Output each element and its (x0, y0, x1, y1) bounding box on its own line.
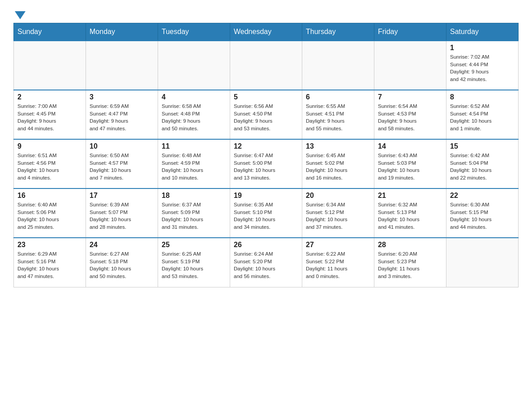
day-number: 23 (17, 241, 82, 249)
calendar-cell: 11Sunrise: 6:48 AM Sunset: 4:59 PM Dayli… (158, 139, 230, 188)
calendar-cell: 5Sunrise: 6:56 AM Sunset: 4:50 PM Daylig… (230, 90, 302, 139)
day-number: 21 (378, 192, 442, 200)
day-number: 2 (17, 93, 82, 101)
day-info: Sunrise: 6:42 AM Sunset: 5:04 PM Dayligh… (450, 152, 515, 182)
day-info: Sunrise: 6:56 AM Sunset: 4:50 PM Dayligh… (234, 103, 298, 133)
calendar-week-row: 23Sunrise: 6:29 AM Sunset: 5:16 PM Dayli… (14, 238, 519, 287)
calendar-cell: 24Sunrise: 6:27 AM Sunset: 5:18 PM Dayli… (86, 238, 158, 287)
day-number: 6 (306, 93, 370, 101)
calendar-cell: 14Sunrise: 6:43 AM Sunset: 5:03 PM Dayli… (374, 139, 446, 188)
weekday-header-tuesday: Tuesday (158, 23, 230, 41)
day-info: Sunrise: 6:20 AM Sunset: 5:23 PM Dayligh… (378, 250, 442, 280)
calendar-week-row: 1Sunrise: 7:02 AM Sunset: 4:44 PM Daylig… (14, 41, 519, 90)
day-info: Sunrise: 6:45 AM Sunset: 5:02 PM Dayligh… (306, 152, 370, 182)
day-number: 13 (306, 142, 370, 150)
weekday-header-sunday: Sunday (14, 23, 86, 41)
day-info: Sunrise: 6:35 AM Sunset: 5:10 PM Dayligh… (234, 201, 298, 231)
calendar-cell (230, 41, 302, 90)
day-number: 22 (450, 192, 515, 200)
day-number: 10 (90, 142, 154, 150)
calendar-cell: 20Sunrise: 6:34 AM Sunset: 5:12 PM Dayli… (302, 188, 374, 238)
day-number: 26 (234, 241, 298, 249)
day-number: 12 (234, 142, 298, 150)
day-info: Sunrise: 6:34 AM Sunset: 5:12 PM Dayligh… (306, 201, 370, 231)
day-number: 17 (90, 192, 154, 200)
calendar-cell: 13Sunrise: 6:45 AM Sunset: 5:02 PM Dayli… (302, 139, 374, 188)
day-info: Sunrise: 6:40 AM Sunset: 5:06 PM Dayligh… (17, 201, 82, 231)
calendar-cell: 12Sunrise: 6:47 AM Sunset: 5:00 PM Dayli… (230, 139, 302, 188)
day-info: Sunrise: 6:22 AM Sunset: 5:22 PM Dayligh… (306, 250, 370, 280)
day-number: 7 (378, 93, 442, 101)
day-info: Sunrise: 6:30 AM Sunset: 5:15 PM Dayligh… (450, 201, 515, 231)
day-number: 16 (17, 192, 82, 200)
calendar-cell: 3Sunrise: 6:59 AM Sunset: 4:47 PM Daylig… (86, 90, 158, 139)
calendar-cell: 7Sunrise: 6:54 AM Sunset: 4:53 PM Daylig… (374, 90, 446, 139)
calendar-cell: 21Sunrise: 6:32 AM Sunset: 5:13 PM Dayli… (374, 188, 446, 238)
calendar-cell: 26Sunrise: 6:24 AM Sunset: 5:20 PM Dayli… (230, 238, 302, 287)
day-info: Sunrise: 6:32 AM Sunset: 5:13 PM Dayligh… (378, 201, 442, 231)
calendar-cell: 19Sunrise: 6:35 AM Sunset: 5:10 PM Dayli… (230, 188, 302, 238)
day-info: Sunrise: 6:50 AM Sunset: 4:57 PM Dayligh… (90, 152, 154, 182)
day-info: Sunrise: 6:52 AM Sunset: 4:54 PM Dayligh… (450, 103, 515, 133)
calendar-cell: 15Sunrise: 6:42 AM Sunset: 5:04 PM Dayli… (446, 139, 519, 188)
day-info: Sunrise: 6:48 AM Sunset: 4:59 PM Dayligh… (162, 152, 226, 182)
day-number: 24 (90, 241, 154, 249)
day-info: Sunrise: 6:55 AM Sunset: 4:51 PM Dayligh… (306, 103, 370, 133)
calendar-week-row: 16Sunrise: 6:40 AM Sunset: 5:06 PM Dayli… (14, 188, 519, 238)
calendar-cell (374, 41, 446, 90)
calendar-week-row: 2Sunrise: 7:00 AM Sunset: 4:45 PM Daylig… (14, 90, 519, 139)
day-info: Sunrise: 6:58 AM Sunset: 4:48 PM Dayligh… (162, 103, 226, 133)
calendar-cell: 2Sunrise: 7:00 AM Sunset: 4:45 PM Daylig… (14, 90, 86, 139)
calendar-cell (14, 41, 86, 90)
day-number: 8 (450, 93, 515, 101)
calendar-cell: 9Sunrise: 6:51 AM Sunset: 4:56 PM Daylig… (14, 139, 86, 188)
day-number: 14 (378, 142, 442, 150)
day-info: Sunrise: 6:54 AM Sunset: 4:53 PM Dayligh… (378, 103, 442, 133)
day-info: Sunrise: 6:29 AM Sunset: 5:16 PM Dayligh… (17, 250, 82, 280)
calendar-table: SundayMondayTuesdayWednesdayThursdayFrid… (13, 23, 519, 287)
day-number: 27 (306, 241, 370, 249)
day-info: Sunrise: 6:43 AM Sunset: 5:03 PM Dayligh… (378, 152, 442, 182)
page-header (13, 9, 519, 18)
calendar-cell: 10Sunrise: 6:50 AM Sunset: 4:57 PM Dayli… (86, 139, 158, 188)
day-info: Sunrise: 6:47 AM Sunset: 5:00 PM Dayligh… (234, 152, 298, 182)
day-number: 11 (162, 142, 226, 150)
weekday-header-monday: Monday (86, 23, 158, 41)
calendar-cell: 4Sunrise: 6:58 AM Sunset: 4:48 PM Daylig… (158, 90, 230, 139)
calendar-cell: 16Sunrise: 6:40 AM Sunset: 5:06 PM Dayli… (14, 188, 86, 238)
day-number: 15 (450, 142, 515, 150)
calendar-cell: 28Sunrise: 6:20 AM Sunset: 5:23 PM Dayli… (374, 238, 446, 287)
calendar-week-row: 9Sunrise: 6:51 AM Sunset: 4:56 PM Daylig… (14, 139, 519, 188)
calendar-cell: 1Sunrise: 7:02 AM Sunset: 4:44 PM Daylig… (446, 41, 519, 90)
calendar-cell: 22Sunrise: 6:30 AM Sunset: 5:15 PM Dayli… (446, 188, 519, 238)
day-number: 9 (17, 142, 82, 150)
day-info: Sunrise: 7:02 AM Sunset: 4:44 PM Dayligh… (450, 53, 515, 83)
calendar-cell: 23Sunrise: 6:29 AM Sunset: 5:16 PM Dayli… (14, 238, 86, 287)
day-number: 25 (162, 241, 226, 249)
day-number: 1 (450, 44, 515, 52)
day-number: 19 (234, 192, 298, 200)
calendar-cell: 6Sunrise: 6:55 AM Sunset: 4:51 PM Daylig… (302, 90, 374, 139)
day-info: Sunrise: 6:39 AM Sunset: 5:07 PM Dayligh… (90, 201, 154, 231)
day-info: Sunrise: 6:59 AM Sunset: 4:47 PM Dayligh… (90, 103, 154, 133)
day-number: 3 (90, 93, 154, 101)
day-number: 4 (162, 93, 226, 101)
calendar-cell: 27Sunrise: 6:22 AM Sunset: 5:22 PM Dayli… (302, 238, 374, 287)
calendar-cell (86, 41, 158, 90)
weekday-header-friday: Friday (374, 23, 446, 41)
weekday-header-wednesday: Wednesday (230, 23, 302, 41)
day-number: 18 (162, 192, 226, 200)
day-info: Sunrise: 6:51 AM Sunset: 4:56 PM Dayligh… (17, 152, 82, 182)
day-number: 28 (378, 241, 442, 249)
logo-arrow-icon (15, 11, 26, 19)
day-info: Sunrise: 7:00 AM Sunset: 4:45 PM Dayligh… (17, 103, 82, 133)
calendar-cell (302, 41, 374, 90)
calendar-cell: 18Sunrise: 6:37 AM Sunset: 5:09 PM Dayli… (158, 188, 230, 238)
calendar-cell (446, 238, 519, 287)
logo (13, 9, 26, 18)
day-info: Sunrise: 6:25 AM Sunset: 5:19 PM Dayligh… (162, 250, 226, 280)
weekday-header-saturday: Saturday (446, 23, 519, 41)
calendar-cell: 8Sunrise: 6:52 AM Sunset: 4:54 PM Daylig… (446, 90, 519, 139)
day-info: Sunrise: 6:27 AM Sunset: 5:18 PM Dayligh… (90, 250, 154, 280)
day-number: 20 (306, 192, 370, 200)
